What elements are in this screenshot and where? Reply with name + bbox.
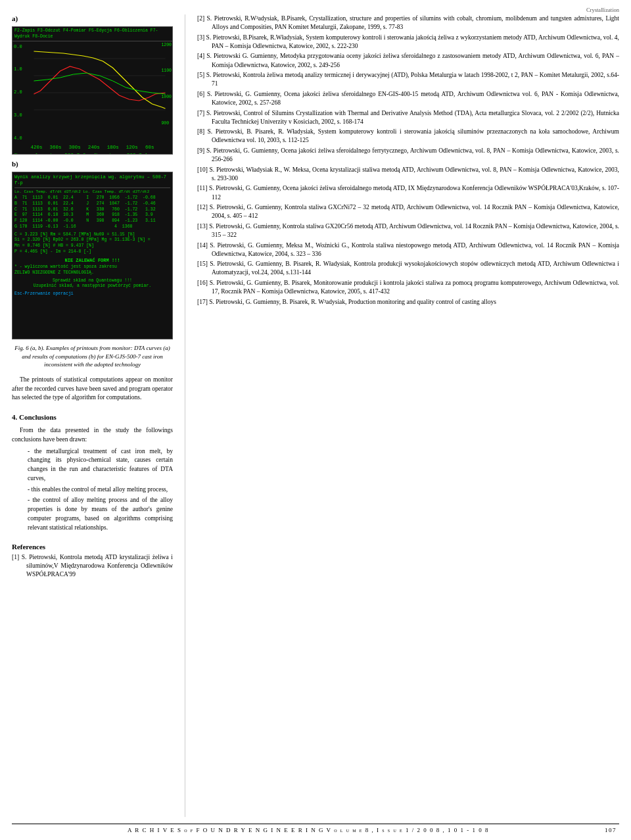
bullet-3: the control of alloy melting process and…: [22, 496, 173, 532]
x-label-240: 240s: [88, 144, 100, 151]
r-label-1000: 1000: [161, 95, 172, 99]
left-column: a) F2-Zapis F3-Odczut F4-Pomiar F5-Edycj…: [12, 14, 173, 817]
graph-b-status: Esc-Przerwanie operacji: [14, 291, 170, 297]
ref-12: [12] S. Pietrowski, G. Gumienny, Kontrol…: [197, 203, 619, 220]
ref-13: [13] S. Pietrowski, G. Gumienny, Kontrol…: [197, 222, 619, 239]
info2: Uzupełnić skład, a następnie powtórzyć p…: [14, 284, 170, 289]
bullet-2: this enables the control of metal alloy …: [22, 485, 173, 495]
table-row: B 71 1113 0.01 22.4 J 274 1047 -1.72 -0.…: [14, 201, 170, 207]
graph-a-title: F2-Zapis F3-Odczut F4-Pomiar F5-Edycja F…: [14, 28, 158, 39]
x-label-420: 420s: [31, 144, 43, 151]
section4-body: From the data presented in the study the…: [12, 426, 173, 534]
x-label-360: 360s: [50, 144, 62, 151]
ref-5: [5] S. Pietrowski, Kontrola żeliwa metod…: [197, 71, 619, 88]
table-row: E 97 1114 0.18 10.3 M 360 918 -1.35 3.9: [14, 212, 170, 218]
r-label-1200: 1200: [161, 43, 172, 47]
ref-4: [4] S. Pietrowski G. Gumienny, Metodyka …: [197, 52, 619, 69]
graph-b-params: C = 3.223 [%] Rm = 584.7 [MPa] Nu09 = 51…: [14, 232, 170, 255]
graph-a-status1: Nazwa algorytmu: 500-7 f-p Nr wytopu: 50…: [14, 152, 170, 155]
x-label-60: 60s: [145, 144, 154, 151]
x-label-300: 300s: [69, 144, 81, 151]
ref-15: [15] S. Pietrowski, G. Gumienny, B. Pisa…: [197, 260, 619, 277]
y-label-2: 2.0: [14, 89, 26, 95]
fig-caption: Fig. 6 (a, b). Examples of printouts fro…: [12, 344, 173, 369]
figure-b-label: b): [12, 160, 173, 168]
screenshot-b: Wynik analizy krzywej krzepnięcia wg. al…: [12, 172, 173, 339]
page: Crystallization a) F2-Zapis F3-Odczut F4…: [0, 0, 631, 840]
description-text: The printouts of statistical computation…: [12, 376, 173, 405]
warning1: NIE ZALEWAĆ FORM !!!: [14, 258, 170, 264]
footer: A R C H I V E S o f F O U N D R Y E N G …: [12, 824, 619, 833]
screenshot-a: F2-Zapis F3-Odczut F4-Pomiar F5-Edycja F…: [12, 26, 173, 155]
x-label-180: 180s: [107, 144, 119, 151]
ref-14: [14] S. Pietrowski, G. Gumienny, Meksa M…: [197, 241, 619, 259]
bullet-1: the metallurgical treatment of cast iron…: [22, 447, 173, 483]
ref-2: [2] S. Pietrowski, R.W³adysiak, B.Pisare…: [197, 14, 619, 32]
y-label-4: 4.0: [14, 136, 26, 141]
dta-graph-svg: [27, 41, 172, 127]
ref-9: [9] S. Pietrowski, G. Gumienny, Ocena ja…: [197, 147, 619, 164]
ref-8: [8] S. Pietrowski, B. Pisarek, R. Władys…: [197, 128, 619, 145]
table-row: F 120 1114 -0.00 -0.0 N 398 894 -1.23 3.…: [14, 218, 170, 224]
table-row: A 71 1113 0.01 22.4 I 270 1056 -1.72 -0.…: [14, 195, 170, 201]
footer-text: A R C H I V E S o f F O U N D R Y E N G …: [128, 827, 489, 833]
ref-16: [16] S. Pietrowski, G. Gumienny, B. Pisa…: [197, 279, 619, 296]
section4-title: 4. Conclusions: [12, 413, 173, 421]
ref-10: [10] S. Pietrowski, Władysiak R., W. Mek…: [197, 166, 619, 183]
references-title: References: [12, 543, 173, 551]
section4-para1: From the data presented in the study the…: [12, 426, 173, 445]
figure-a-label: a): [12, 14, 173, 22]
warning2: * - wyliczona wartość jest spoza zakresu: [14, 264, 170, 270]
footer-page-num: 107: [605, 827, 617, 833]
ref-3: [3] S. Pietrowski, B.Pisarek, R.Władysia…: [197, 34, 619, 51]
y-label-0: 0.0: [14, 44, 26, 49]
y-label-1: 1.0: [14, 66, 26, 72]
r-label-900: 900: [161, 121, 172, 126]
graph-b-table: Lo. Czas Temp. dT/dt d2T/dt2 Lo. Czas Te…: [14, 189, 170, 230]
ref-7: [7] S. Pietrowski, Control of Silumins C…: [197, 109, 619, 126]
column-divider: [185, 14, 185, 817]
top-right-label: Crystallization: [12, 7, 619, 13]
table-row: C 71 1113 0.01 32.6 K 330 760 -1.72 1.32: [14, 207, 170, 213]
r-label-1100: 1100: [161, 68, 172, 73]
warning3: ŻELIWO NIEZGODNE Z TECHNOLOGIĄ.: [14, 270, 170, 276]
ref-1: [1] S. Pietrowski, Kontrola metodą ATD k…: [12, 553, 173, 580]
references-left: References [1] S. Pietrowski, Kontrola m…: [12, 543, 173, 581]
graph-b-header: Wynik analizy krzywej krzepnięcia wg. al…: [14, 174, 170, 188]
right-column: [2] S. Pietrowski, R.W³adysiak, B.Pisare…: [197, 14, 619, 817]
section4-bullets: the metallurgical treatment of cast iron…: [22, 447, 173, 533]
table-row: G 170 1119 -0.13 -1.16 4 1368: [14, 224, 170, 230]
ref-6: [6] S. Pietrowski, G. Gumienny, Ocena ja…: [197, 90, 619, 107]
y-label-3: 3.0: [14, 112, 26, 118]
table-headers: Lo. Czas Temp. dT/dt d2T/dt2 Lo. Czas Te…: [14, 189, 170, 195]
info1: Sprawdź skład na Quantowagu !!!: [14, 278, 170, 284]
ref-11: [11] S. Pietrowski, G. Gumienny, Ocena j…: [197, 184, 619, 201]
ref-17: [17] S. Pietrowski, G. Gumienny, B. Pisa…: [197, 298, 619, 307]
x-label-120: 120s: [126, 144, 138, 151]
